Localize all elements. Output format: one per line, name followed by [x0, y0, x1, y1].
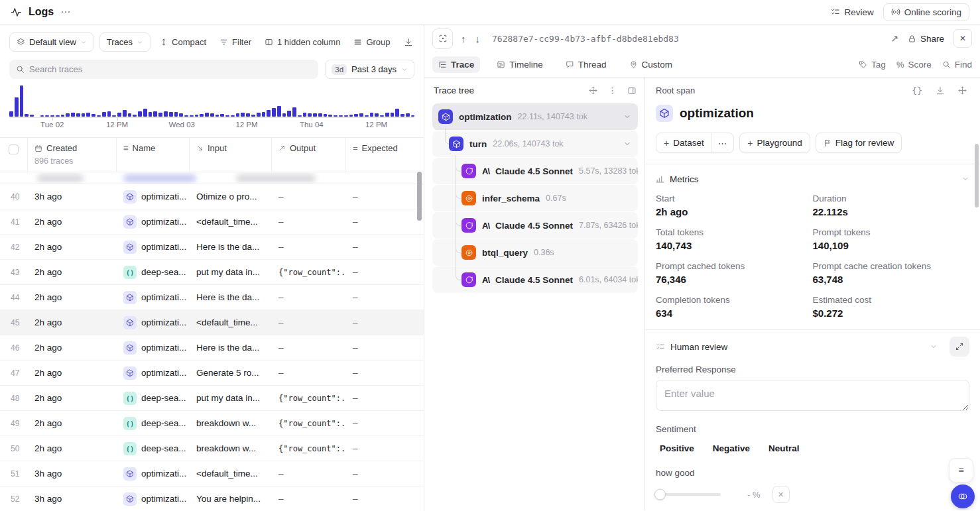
trace-histogram[interactable]: Tue 0212 PMWed 0312 PMThu 0412 PM	[9, 85, 414, 132]
histogram-bar[interactable]	[303, 113, 307, 117]
histogram-bar[interactable]	[385, 113, 389, 117]
histogram-bar[interactable]	[174, 112, 178, 117]
json-view-button[interactable]: {}	[912, 85, 922, 95]
search-traces-box[interactable]	[9, 60, 318, 79]
histogram-bar[interactable]	[308, 113, 312, 117]
histogram-bar[interactable]	[282, 113, 286, 117]
histogram-bar[interactable]	[220, 114, 224, 117]
histogram-bar[interactable]	[97, 115, 101, 117]
histogram-bar[interactable]	[344, 115, 348, 117]
histogram-bar[interactable]	[231, 115, 235, 117]
histogram-bar[interactable]	[334, 115, 337, 117]
histogram-bar[interactable]	[45, 115, 49, 117]
page-menu-button[interactable]: ⋯	[60, 6, 71, 18]
histogram-bar[interactable]	[375, 113, 379, 117]
table-row[interactable]: 41 2h ago () optimizati... <default_time…	[0, 209, 424, 235]
histogram-bar[interactable]	[128, 113, 132, 117]
histogram-bar[interactable]	[292, 107, 296, 117]
how-good-slider[interactable]	[656, 493, 721, 496]
close-panel-button[interactable]: ✕	[953, 29, 972, 48]
histogram-bar[interactable]	[71, 113, 75, 117]
histogram-bar[interactable]	[205, 113, 209, 117]
column-header-name[interactable]: ≡Name	[123, 143, 182, 153]
histogram-bar[interactable]	[380, 115, 384, 117]
search-input[interactable]	[29, 64, 312, 74]
histogram-bar[interactable]	[40, 115, 44, 117]
select-all-checkbox[interactable]	[9, 144, 19, 154]
histogram-bar[interactable]	[102, 112, 106, 117]
histogram-bar[interactable]	[82, 113, 86, 117]
tab-thread[interactable]: Thread	[560, 56, 613, 73]
histogram-bar[interactable]	[56, 115, 60, 117]
histogram-bar[interactable]	[370, 113, 374, 117]
histogram-bar[interactable]	[92, 114, 95, 117]
table-row[interactable]: 51 3h ago () optimizati... <default_time…	[0, 461, 424, 486]
trace-id[interactable]: 762887e7-cc99-4b73-afbf-d8bde81ebd83	[492, 34, 679, 44]
open-in-new-button[interactable]: ↗	[890, 33, 898, 44]
compact-toggle[interactable]: Compact	[156, 32, 210, 52]
histogram-bar[interactable]	[107, 111, 111, 117]
histogram-bar[interactable]	[313, 113, 317, 117]
clear-score-button[interactable]: ✕	[772, 486, 790, 503]
dataset-more-button[interactable]: ⋯	[711, 133, 734, 152]
table-row[interactable]: 47 2h ago () optimizati... Generate 5 ro…	[0, 361, 424, 386]
sentiment-option-positive[interactable]: Positive	[660, 443, 694, 453]
histogram-bar[interactable]	[328, 115, 332, 117]
histogram-bar[interactable]	[123, 110, 127, 117]
histogram-bar[interactable]	[86, 113, 90, 117]
trace-tree-row[interactable]: A\ Claude 4.5 Sonnet 6.01s, 64034 tok	[432, 266, 638, 293]
histogram-bar[interactable]	[241, 113, 245, 117]
histogram-bar[interactable]	[169, 112, 173, 117]
chevron-down-icon[interactable]	[623, 140, 631, 148]
column-header-created[interactable]: Created	[34, 143, 109, 153]
column-header-input[interactable]: Input	[196, 143, 265, 153]
tab-trace[interactable]: Trace	[432, 56, 480, 73]
tab-timeline[interactable]: Timeline	[491, 56, 549, 73]
tab-custom[interactable]: Custom	[623, 56, 679, 73]
histogram-bar[interactable]	[179, 113, 183, 117]
tree-kebab-menu[interactable]: ⋮	[608, 85, 617, 95]
share-button[interactable]: Share	[908, 34, 944, 44]
histogram-bar[interactable]	[411, 115, 415, 117]
histogram-bar[interactable]	[359, 113, 363, 117]
histogram-bar[interactable]	[349, 115, 353, 117]
group-button[interactable]: Group	[349, 32, 394, 52]
histogram-bar[interactable]	[215, 115, 219, 117]
trace-tree-row[interactable]: A\ Claude 4.5 Sonnet 5.57s, 13283 tok	[432, 158, 638, 184]
sidebar-toggle-icon[interactable]	[627, 86, 637, 95]
tag-button[interactable]: Tag	[859, 60, 886, 70]
hidden-columns-button[interactable]: 1 hidden column	[261, 32, 344, 52]
histogram-bar[interactable]	[138, 111, 142, 117]
trace-tree-row[interactable]: optimization 22.11s, 140743 tok	[432, 103, 638, 130]
find-button[interactable]: Find	[942, 60, 972, 70]
histogram-bar[interactable]	[395, 109, 399, 117]
histogram-bar[interactable]	[262, 112, 266, 117]
histogram-bar[interactable]	[30, 115, 34, 117]
histogram-bar[interactable]	[391, 113, 395, 117]
histogram-bar[interactable]	[365, 115, 369, 117]
table-scrollbar[interactable]	[417, 172, 422, 221]
histogram-bar[interactable]	[133, 115, 137, 117]
open-in-playground-button[interactable]: +Playground	[739, 133, 810, 153]
braintrust-logo-button[interactable]	[951, 484, 975, 508]
histogram-bar[interactable]	[66, 113, 70, 117]
online-scoring-button[interactable]: Online scoring	[883, 3, 969, 21]
histogram-bar[interactable]	[267, 110, 271, 117]
histogram-bar[interactable]	[184, 115, 188, 117]
expand-review-button[interactable]	[949, 337, 969, 357]
histogram-bar[interactable]	[50, 115, 54, 117]
histogram-bar[interactable]	[112, 115, 116, 117]
trace-tree-row[interactable]: turn 22.06s, 140743 tok	[432, 131, 638, 157]
chevron-down-icon[interactable]	[623, 113, 631, 121]
histogram-bar[interactable]	[149, 112, 153, 117]
table-row[interactable]: 46 2h ago () optimizati... Here is the d…	[0, 335, 424, 361]
histogram-bar[interactable]	[318, 113, 322, 117]
histogram-bar[interactable]	[153, 111, 157, 117]
histogram-bar[interactable]	[257, 113, 261, 117]
focus-span-button[interactable]	[432, 28, 453, 49]
flag-for-review-button[interactable]: Flag for review	[816, 133, 902, 153]
table-row[interactable]: 40 3h ago () optimizati... Otimize o pro…	[0, 184, 424, 209]
human-review-section-header[interactable]: Human review	[656, 330, 969, 363]
histogram-bar[interactable]	[15, 97, 19, 117]
histogram-bar[interactable]	[210, 113, 214, 117]
